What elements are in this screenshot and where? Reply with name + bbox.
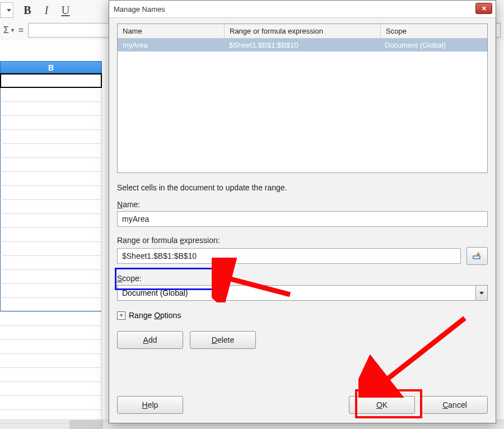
svg-rect-0 [473, 256, 480, 259]
sum-icon[interactable]: Σ [3, 25, 9, 35]
range-input[interactable] [117, 248, 461, 264]
dialog-titlebar[interactable]: Manage Names ✕ [109, 1, 496, 18]
delete-button[interactable]: Delete [190, 331, 256, 349]
name-label: Name: [117, 200, 488, 209]
column-header-b[interactable]: B [0, 61, 102, 73]
header-range[interactable]: Range or formula expression [225, 24, 381, 38]
shrink-icon [473, 252, 482, 260]
font-name-dropdown[interactable] [0, 2, 13, 18]
shrink-dialog-button[interactable] [466, 247, 488, 265]
help-button[interactable]: Help [117, 396, 183, 414]
dialog-title: Manage Names [114, 5, 165, 13]
list-header: Name Range or formula expression Scope [118, 24, 487, 39]
row-name: myArea [118, 39, 224, 52]
name-input[interactable] [117, 211, 488, 227]
header-scope[interactable]: Scope [381, 24, 487, 38]
add-button[interactable]: Add [117, 331, 183, 349]
range-label: Range or formula expression: [117, 236, 488, 245]
row-range: $Sheet1.$B$1:$B$10 [224, 39, 380, 52]
list-row[interactable]: myArea $Sheet1.$B$1:$B$10 Document (Glob… [118, 39, 487, 52]
scope-value: Document (Global) [122, 288, 188, 297]
scope-label: Scope: [117, 274, 488, 283]
equals-icon[interactable]: = [18, 25, 24, 35]
ok-button[interactable]: OK [349, 396, 415, 414]
header-name[interactable]: Name [118, 24, 225, 38]
range-options-expander[interactable]: + Range Options [117, 311, 488, 320]
hint-text: Select cells in the document to update t… [117, 183, 488, 192]
italic-button[interactable]: I [39, 2, 54, 18]
active-cell[interactable] [0, 73, 102, 88]
bold-button[interactable]: B [20, 2, 35, 18]
manage-names-dialog: Manage Names ✕ Name Range or formula exp… [109, 0, 496, 423]
names-list[interactable]: Name Range or formula expression Scope m… [117, 24, 488, 173]
chevron-down-icon [475, 286, 487, 300]
scope-select[interactable]: Document (Global) [117, 285, 488, 301]
sum-dropdown-icon[interactable]: ▼ [10, 27, 15, 33]
plus-icon: + [117, 311, 125, 320]
underline-button[interactable]: U [58, 2, 73, 18]
horizontal-scrollbar-thumb[interactable] [69, 420, 103, 429]
cancel-button[interactable]: Cancel [422, 396, 488, 414]
close-button[interactable]: ✕ [475, 3, 492, 14]
row-scope: Document (Global) [380, 39, 487, 52]
